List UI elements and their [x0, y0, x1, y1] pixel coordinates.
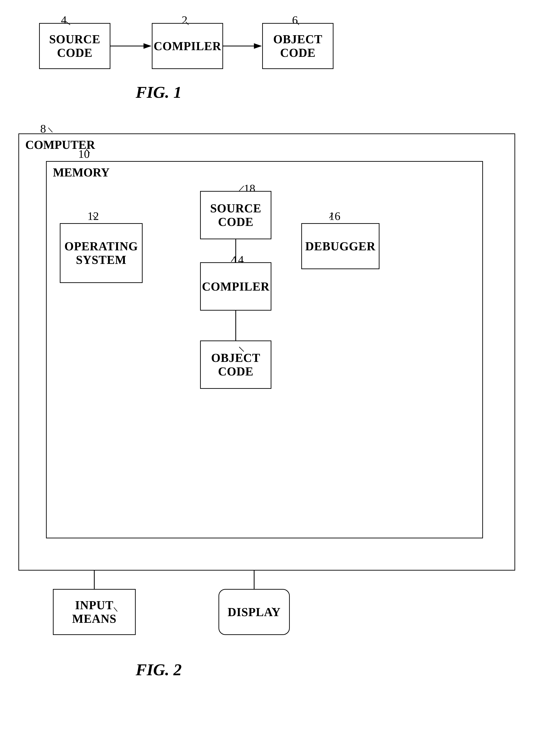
- debugger-label: DEBUGGER: [305, 239, 375, 253]
- compiler-box-fig2: COMPILER: [200, 262, 272, 311]
- source-code-label-fig2: SOURCE CODE: [210, 202, 262, 229]
- object-code-box-fig2: OBJECT CODE: [200, 340, 272, 389]
- input-means-box: INPUT MEANS: [53, 589, 136, 635]
- debugger-box: DEBUGGER: [301, 223, 379, 269]
- display-label: DISPLAY: [228, 605, 281, 619]
- object-code-label-fig2: OBJECT CODE: [211, 351, 261, 378]
- operating-system-label: OPERATING SYSTEM: [64, 239, 138, 267]
- source-code-label-fig1: SOURCE CODE: [49, 32, 101, 60]
- source-code-box-fig1: SOURCE CODE: [39, 23, 110, 69]
- ref-num-10: 10: [78, 147, 90, 161]
- svg-line-6: [48, 128, 52, 132]
- memory-label: MEMORY: [53, 166, 110, 179]
- input-means-label: INPUT MEANS: [72, 598, 117, 626]
- ref-num-16: 16: [329, 209, 340, 223]
- fig2-label: FIG. 2: [136, 660, 182, 679]
- compiler-label-fig1: COMPILER: [154, 39, 221, 53]
- object-code-label-fig1: OBJECT CODE: [273, 32, 322, 60]
- compiler-box-fig1: COMPILER: [152, 23, 223, 69]
- operating-system-box: OPERATING SYSTEM: [60, 223, 143, 283]
- compiler-label-fig2: COMPILER: [202, 280, 270, 293]
- fig1-label: FIG. 1: [136, 83, 182, 102]
- object-code-box-fig1: OBJECT CODE: [262, 23, 333, 69]
- source-code-box-fig2: SOURCE CODE: [200, 191, 272, 239]
- ref-num-12: 12: [87, 209, 99, 223]
- display-box: DISPLAY: [219, 589, 290, 635]
